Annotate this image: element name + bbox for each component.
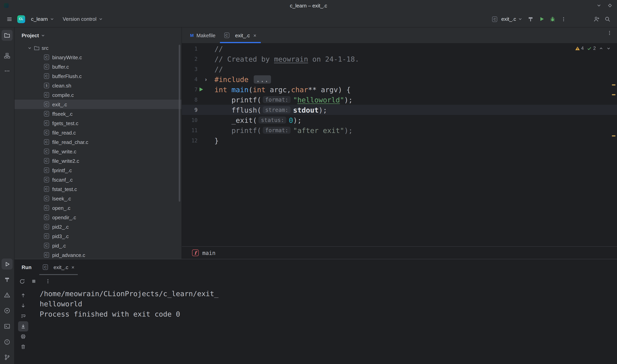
rerun-button[interactable] [17,276,27,286]
more-actions-button[interactable] [558,13,569,25]
run-more-options-button[interactable] [43,276,53,286]
file-name: bufferFlush.c [52,73,82,79]
tab-makefile[interactable]: M Makefile [186,27,220,43]
run-tab-exit-c[interactable]: C exit_.c × [40,259,78,275]
tree-item-bufferFlush.c[interactable]: CbufferFlush.c [14,71,181,81]
close-tab-icon[interactable]: × [71,264,74,270]
search-icon [604,16,611,22]
window-pin-icon[interactable] [608,3,612,8]
version-control-toolwindow-button[interactable] [1,352,13,363]
sticky-function-line[interactable]: f main [182,246,617,259]
build-toolwindow-button[interactable] [1,274,13,285]
run-gutter-icon[interactable] [200,88,203,91]
warning-stripe-mark[interactable] [612,84,616,86]
tab-exit-c[interactable]: C exit_.c × [220,27,261,43]
run-console-area[interactable]: /home/meowrain/CLionProjects/c_learn/exi… [14,287,617,364]
previous-problem-icon[interactable] [599,46,603,50]
code-line-9[interactable]: 9 fflush(stream:stdout); [182,105,617,115]
chevron-expanded-icon[interactable] [27,46,32,50]
project-selector[interactable]: c_learn [28,13,57,25]
tree-item-ffseek_.c[interactable]: Cffseek_.c [14,109,181,118]
tree-item-exit_.c[interactable]: Cexit_.c [14,100,181,109]
project-toolwindow-button[interactable] [1,30,13,41]
tree-item-clean.sh[interactable]: $clean.sh [14,81,181,90]
file-name: fscanf_.c [52,177,73,182]
warnings-indicator[interactable]: 4 [575,46,584,51]
tree-item-pid2_.c[interactable]: Cpid2_.c [14,222,181,231]
tree-item-fscanf_.c[interactable]: Cfscanf_.c [14,175,181,184]
project-panel-header[interactable]: Project [14,27,181,43]
code-line-10[interactable]: 10 _exit(status:0); [182,115,617,125]
code-text: int main(int argc,char** argv) { [214,85,351,93]
prev-occurrence-button[interactable] [18,290,28,300]
debug-button[interactable] [547,13,558,25]
code-line-8[interactable]: 8 printf(format:"helloworld"); [182,94,617,105]
run-toolwindow-button[interactable] [1,259,13,270]
code-line-2[interactable]: 2// Created by meowrain on 24-1-18. [182,54,617,64]
warning-stripe-mark[interactable] [612,135,616,136]
structure-toolwindow-button[interactable] [1,50,13,61]
next-problem-icon[interactable] [606,46,611,50]
tree-item-fprintf_.c[interactable]: Cfprintf_.c [14,166,181,175]
print-button[interactable] [18,331,28,342]
code-editor[interactable]: 1//2// Created by meowrain on 24-1-18.3/… [182,43,617,246]
chevron-down-icon [518,17,522,21]
terminal-toolwindow-button[interactable] [1,321,13,332]
tree-item-opendir_.c[interactable]: Copendir_.c [14,213,181,222]
tree-item-pid_.c[interactable]: Cpid_.c [14,241,181,250]
code-line-12[interactable]: 12} [182,135,617,145]
tree-item-pid_advance.c[interactable]: Cpid_advance.c [14,250,181,259]
inspections-widget[interactable]: 4 2 [575,46,611,51]
next-occurrence-button[interactable] [18,300,28,311]
tree-item-file_write.c[interactable]: Cfile_write.c [14,147,181,156]
code-line-11[interactable]: 11 printf(format:"after exit"); [182,125,617,135]
services-toolwindow-button[interactable] [1,305,13,316]
print-icon [20,334,26,339]
tree-item-compile.c[interactable]: Ccompile.c [14,90,181,100]
tree-item-pid3_.c[interactable]: Cpid3_.c [14,231,181,241]
tree-item-lseek_.c[interactable]: Clseek_.c [14,194,181,203]
left-rail [0,27,14,364]
stop-button[interactable] [29,276,39,286]
console-output[interactable]: /home/meowrain/CLionProjects/c_learn/exi… [40,287,617,319]
version-control-selector[interactable]: Version control [60,13,105,25]
tree-item-binaryWrite.c[interactable]: CbinaryWrite.c [14,52,181,62]
console-line: Process finished with exit code 0 [40,309,617,319]
notifications-button[interactable] [1,289,13,300]
hamburger-menu-icon[interactable] [4,13,15,25]
warning-stripe-mark[interactable] [612,94,616,95]
build-button[interactable] [525,13,536,25]
scroll-to-end-button[interactable] [18,321,28,331]
clear-console-button[interactable] [18,342,28,352]
passed-indicator[interactable]: 2 [587,46,596,51]
tree-item-fstat_test.c[interactable]: Cfstat_test.c [14,184,181,194]
project-tree[interactable]: src CbinaryWrite.cCbuffer.cCbufferFlush.… [14,43,181,259]
tree-item-fgets_test.c[interactable]: Cfgets_test.c [14,118,181,128]
fold-gutter-icon[interactable]: › [205,77,207,82]
code-line-1[interactable]: 1// [182,44,617,54]
tree-item-buffer.c[interactable]: Cbuffer.c [14,62,181,71]
editor-options-button[interactable] [607,30,612,36]
tree-item-file_read_char.c[interactable]: Cfile_read_char.c [14,137,181,147]
code-with-me-button[interactable] [591,13,602,25]
tree-item-open_.c[interactable]: Copen_.c [14,203,181,213]
close-tab-icon[interactable]: × [253,32,256,38]
project-scrollbar[interactable] [179,45,180,202]
code-line-7[interactable]: 7int main(int argc,char** argv) { [182,84,617,94]
tree-item-src[interactable]: src [14,43,181,52]
code-text: #include ... [214,75,271,83]
tree-item-file_write2.c[interactable]: Cfile_write2.c [14,156,181,166]
more-toolwindows-button[interactable] [1,65,13,77]
run-configuration-selector[interactable]: C exit_.c [490,13,525,25]
problems-toolwindow-button[interactable] [1,337,13,348]
code-line-3[interactable]: 3// [182,64,617,74]
play-icon [4,261,10,267]
code-line-4[interactable]: 4›#include ... [182,74,617,84]
soft-wrap-button[interactable] [18,311,28,321]
run-button[interactable] [536,13,547,25]
search-everywhere-button[interactable] [602,13,613,25]
tree-item-file_read.c[interactable]: Cfile_read.c [14,128,181,137]
titlebar: c_learn – exit_.c [0,0,617,11]
window-menu-icon[interactable] [597,3,601,8]
play-icon [539,16,545,22]
